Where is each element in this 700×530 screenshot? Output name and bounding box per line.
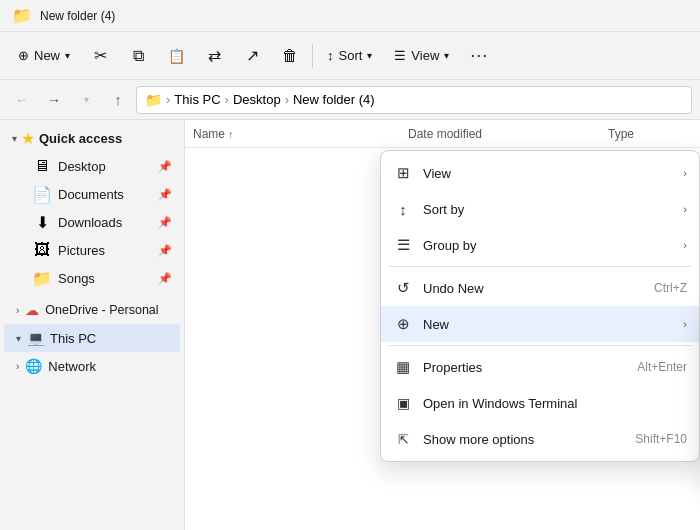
ctx-undo-shortcut: Ctrl+Z bbox=[654, 281, 687, 295]
more-button[interactable]: ··· bbox=[461, 38, 497, 74]
col-type[interactable]: Type bbox=[600, 123, 700, 145]
col-name[interactable]: Name ↑ bbox=[185, 123, 400, 145]
pin-icon5: 📌 bbox=[158, 272, 172, 285]
ctx-terminal-label: Open in Windows Terminal bbox=[423, 396, 687, 411]
copy-button[interactable]: ⧉ bbox=[120, 38, 156, 74]
sidebar-item-pictures[interactable]: 🖼 Pictures 📌 bbox=[4, 236, 180, 264]
sidebar-item-downloads[interactable]: ⬇ Downloads 📌 bbox=[4, 208, 180, 236]
network-expand-icon: › bbox=[16, 361, 19, 372]
title-bar: 📁 New folder (4) bbox=[0, 0, 700, 32]
path-folder-icon: 📁 bbox=[145, 92, 162, 108]
ctx-undo[interactable]: ↺ Undo New Ctrl+Z bbox=[381, 270, 699, 306]
ctx-moreoptions-label: Show more options bbox=[423, 432, 625, 447]
ctx-sortby[interactable]: ↕ Sort by › bbox=[381, 191, 699, 227]
network-icon: 🌐 bbox=[25, 358, 42, 374]
new-chevron-icon: ▾ bbox=[65, 50, 70, 61]
col-date[interactable]: Date modified bbox=[400, 123, 600, 145]
pin-icon3: 📌 bbox=[158, 216, 172, 229]
new-button[interactable]: ⊕ New ▾ bbox=[8, 38, 80, 74]
view-button[interactable]: ☰ View ▾ bbox=[384, 38, 459, 74]
quick-access-label: Quick access bbox=[39, 131, 122, 146]
moreoptions-ctx-icon: ⇱ bbox=[393, 429, 413, 449]
undo-ctx-icon: ↺ bbox=[393, 278, 413, 298]
ctx-properties[interactable]: ▦ Properties Alt+Enter bbox=[381, 349, 699, 385]
onedrive-label: OneDrive - Personal bbox=[45, 303, 172, 317]
col-date-text: Date modified bbox=[408, 127, 482, 141]
recent-button[interactable]: ▾ bbox=[72, 86, 100, 114]
pin-icon2: 📌 bbox=[158, 188, 172, 201]
quick-access-star-icon: ★ bbox=[21, 129, 35, 148]
groupby-ctx-icon: ☰ bbox=[393, 235, 413, 255]
content-area: Name ↑ Date modified Type This folder is… bbox=[185, 120, 700, 530]
quick-access-header[interactable]: ▾ ★ Quick access bbox=[4, 124, 180, 152]
sidebar-item-desktop[interactable]: 🖥 Desktop 📌 bbox=[4, 152, 180, 180]
terminal-ctx-icon: ▣ bbox=[393, 393, 413, 413]
view-ctx-icon: ⊞ bbox=[393, 163, 413, 183]
onedrive-expand-icon: › bbox=[16, 305, 19, 316]
view-icon: ☰ bbox=[394, 48, 406, 63]
network-label: Network bbox=[48, 359, 172, 374]
col-type-text: Type bbox=[608, 127, 634, 141]
thispc-label: This PC bbox=[50, 331, 172, 346]
properties-ctx-icon: ▦ bbox=[393, 357, 413, 377]
sidebar-item-thispc[interactable]: ▾ 💻 This PC bbox=[4, 324, 180, 352]
ctx-moreoptions-shortcut: Shift+F10 bbox=[635, 432, 687, 446]
ctx-sep1 bbox=[389, 266, 691, 267]
paste-button[interactable]: 📋 bbox=[158, 38, 194, 74]
sort-icon: ↕ bbox=[327, 48, 334, 63]
up-button[interactable]: ↑ bbox=[104, 86, 132, 114]
path-sep2: › bbox=[225, 92, 229, 107]
ctx-view-arrow-icon: › bbox=[683, 167, 687, 179]
ctx-view-label: View bbox=[423, 166, 673, 181]
thispc-expand-icon: ▾ bbox=[16, 333, 21, 344]
context-menu: ⊞ View › ↕ Sort by › ☰ Group by › ↺ Undo… bbox=[380, 150, 700, 462]
ctx-groupby[interactable]: ☰ Group by › bbox=[381, 227, 699, 263]
path-folder[interactable]: New folder (4) bbox=[293, 92, 375, 107]
pin-icon4: 📌 bbox=[158, 244, 172, 257]
ctx-terminal[interactable]: ▣ Open in Windows Terminal bbox=[381, 385, 699, 421]
column-headers: Name ↑ Date modified Type bbox=[185, 120, 700, 148]
sort-button[interactable]: ↕ Sort ▾ bbox=[317, 38, 382, 74]
back-button[interactable]: ← bbox=[8, 86, 36, 114]
address-path[interactable]: 📁 › This PC › Desktop › New folder (4) bbox=[136, 86, 692, 114]
new-label: New bbox=[34, 48, 60, 63]
ctx-properties-shortcut: Alt+Enter bbox=[637, 360, 687, 374]
pictures-icon: 🖼 bbox=[32, 241, 52, 259]
path-thispc[interactable]: This PC bbox=[174, 92, 220, 107]
songs-label: Songs bbox=[58, 271, 152, 286]
downloads-icon: ⬇ bbox=[32, 213, 52, 232]
main-layout: ▾ ★ Quick access 🖥 Desktop 📌 📄 Documents… bbox=[0, 120, 700, 530]
col-name-text: Name bbox=[193, 127, 225, 141]
ctx-new[interactable]: ⊕ New › Folder ↖ ↗ Shortcut bbox=[381, 306, 699, 342]
forward-button[interactable]: → bbox=[40, 86, 68, 114]
sidebar: ▾ ★ Quick access 🖥 Desktop 📌 📄 Documents… bbox=[0, 120, 185, 530]
toolbar: ⊕ New ▾ ✂ ⧉ 📋 ⇄ ↗ 🗑 ↕ Sort ▾ ☰ View ▾ ··… bbox=[0, 32, 700, 80]
ctx-sortby-arrow-icon: › bbox=[683, 203, 687, 215]
new-icon: ⊕ bbox=[18, 48, 29, 63]
pin-icon: 📌 bbox=[158, 160, 172, 173]
toolbar-separator bbox=[312, 44, 313, 68]
delete-button[interactable]: 🗑 bbox=[272, 38, 308, 74]
share-button[interactable]: ↗ bbox=[234, 38, 270, 74]
sort-chevron-icon: ▾ bbox=[367, 50, 372, 61]
cut-button[interactable]: ✂ bbox=[82, 38, 118, 74]
sidebar-item-songs[interactable]: 📁 Songs 📌 bbox=[4, 264, 180, 292]
ctx-properties-label: Properties bbox=[423, 360, 627, 375]
sidebar-item-documents[interactable]: 📄 Documents 📌 bbox=[4, 180, 180, 208]
ctx-view[interactable]: ⊞ View › bbox=[381, 155, 699, 191]
documents-label: Documents bbox=[58, 187, 152, 202]
documents-icon: 📄 bbox=[32, 185, 52, 204]
title-bar-folder-icon: 📁 bbox=[12, 6, 32, 25]
pictures-label: Pictures bbox=[58, 243, 152, 258]
path-desktop[interactable]: Desktop bbox=[233, 92, 281, 107]
sortby-ctx-icon: ↕ bbox=[393, 199, 413, 219]
desktop-icon: 🖥 bbox=[32, 157, 52, 175]
new-ctx-icon: ⊕ bbox=[393, 314, 413, 334]
move-button[interactable]: ⇄ bbox=[196, 38, 232, 74]
view-chevron-icon: ▾ bbox=[444, 50, 449, 61]
ctx-moreoptions[interactable]: ⇱ Show more options Shift+F10 bbox=[381, 421, 699, 457]
ctx-groupby-arrow-icon: › bbox=[683, 239, 687, 251]
songs-icon: 📁 bbox=[32, 269, 52, 288]
sidebar-item-network[interactable]: › 🌐 Network bbox=[4, 352, 180, 380]
sidebar-item-onedrive[interactable]: › ☁ OneDrive - Personal bbox=[4, 296, 180, 324]
